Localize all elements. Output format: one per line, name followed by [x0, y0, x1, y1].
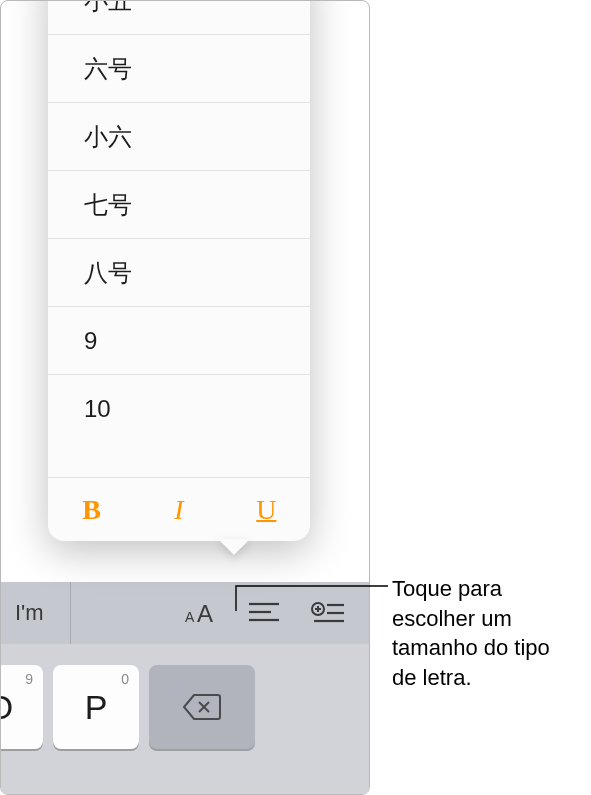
- key-delete[interactable]: [149, 665, 255, 749]
- delete-icon: [182, 692, 222, 722]
- font-size-popover: 小五六号小六七号八号910 B I U: [48, 0, 310, 541]
- font-size-icon: A A: [182, 598, 218, 628]
- format-bar: I'm A A: [1, 582, 369, 644]
- font-size-option-label: 小六: [84, 121, 132, 153]
- font-size-option-label: 八号: [84, 257, 132, 289]
- font-size-button[interactable]: A A: [183, 596, 217, 630]
- font-size-list[interactable]: 小五六号小六七号八号910: [48, 0, 310, 477]
- insert-button[interactable]: [311, 596, 345, 630]
- font-size-option-label: 10: [84, 395, 111, 423]
- bold-label: B: [82, 494, 101, 526]
- underline-label: U: [256, 494, 276, 526]
- font-size-option[interactable]: 六号: [48, 35, 310, 103]
- font-size-option-label: 小五: [84, 0, 132, 17]
- alignment-button[interactable]: [247, 596, 281, 630]
- key-main-label: P: [85, 688, 108, 727]
- italic-label: I: [174, 494, 183, 526]
- svg-text:A: A: [197, 600, 213, 627]
- font-size-option[interactable]: 七号: [48, 171, 310, 239]
- font-size-option[interactable]: 小六: [48, 103, 310, 171]
- underline-button[interactable]: U: [223, 478, 310, 541]
- key-alt-label: 9: [25, 671, 33, 687]
- font-size-option-label: 七号: [84, 189, 132, 221]
- predictive-word-label: I'm: [15, 600, 44, 626]
- font-size-option[interactable]: 八号: [48, 239, 310, 307]
- key-main-label: O: [0, 688, 13, 727]
- font-size-option[interactable]: 小五: [48, 0, 310, 35]
- font-size-option[interactable]: 9: [48, 307, 310, 375]
- keyboard-row: 9 O 0 P: [1, 655, 369, 749]
- bold-button[interactable]: B: [48, 478, 135, 541]
- font-size-option-label: 六号: [84, 53, 132, 85]
- insert-icon: [312, 601, 344, 625]
- predictive-word[interactable]: I'm: [1, 582, 71, 644]
- key-o[interactable]: 9 O: [0, 665, 43, 749]
- screenshot-panel: I'm A A: [0, 0, 370, 795]
- svg-text:A: A: [185, 609, 195, 625]
- callout-text: Toque para escolher um tamanho do tipo d…: [392, 574, 580, 693]
- italic-button[interactable]: I: [135, 478, 222, 541]
- font-size-option[interactable]: 10: [48, 375, 310, 443]
- text-style-bar: B I U: [48, 477, 310, 541]
- key-alt-label: 0: [121, 671, 129, 687]
- alignment-icon: [249, 601, 279, 625]
- font-size-option-label: 9: [84, 327, 97, 355]
- key-p[interactable]: 0 P: [53, 665, 139, 749]
